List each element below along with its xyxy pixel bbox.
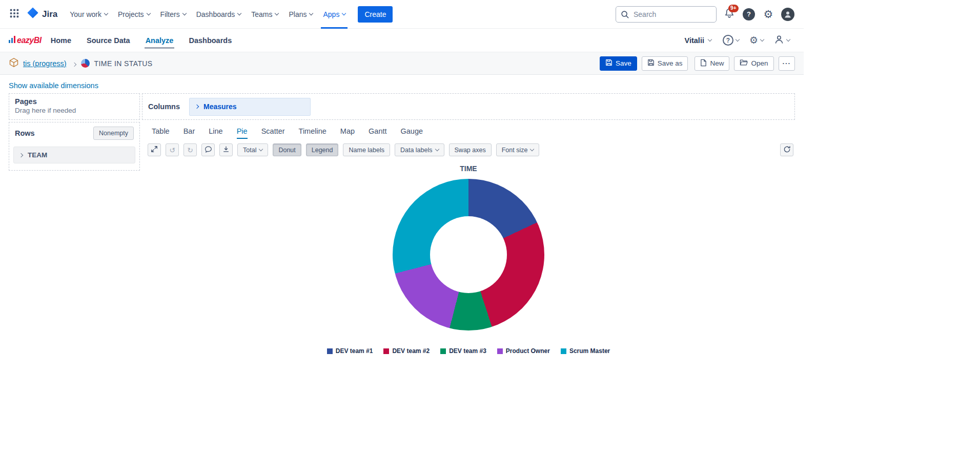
breadcrumb-account-link[interactable]: tis (progress)	[23, 59, 67, 68]
gear-icon: ⚙	[749, 35, 758, 45]
layout-left-panel: Pages Drag here if needed Rows Nonempty …	[9, 93, 140, 171]
legend-item[interactable]: DEV team #1	[327, 347, 373, 355]
nav-projects[interactable]: Projects	[113, 0, 155, 29]
legend-swatch	[440, 348, 446, 354]
user-name: Vitalii	[685, 36, 704, 45]
tab-line[interactable]: Line	[209, 127, 222, 139]
app-switcher-button[interactable]	[6, 6, 23, 23]
tab-map[interactable]: Map	[340, 127, 355, 139]
nav-teams[interactable]: Teams	[246, 0, 283, 29]
help-icon: ?	[743, 8, 755, 20]
comments-button[interactable]	[201, 143, 215, 156]
tab-pie[interactable]: Pie	[237, 127, 248, 139]
eazybi-nav-source-data[interactable]: Source Data	[86, 29, 131, 52]
data-labels-dropdown[interactable]: Data labels	[395, 143, 444, 156]
legend-toggle[interactable]: Legend	[306, 143, 339, 156]
notifications-button[interactable]: 9+	[720, 5, 739, 24]
pages-dropzone[interactable]: Pages Drag here if needed	[9, 93, 140, 120]
save-as-button[interactable]: Save as	[642, 56, 688, 71]
show-dimensions-link[interactable]: Show available dimensions	[9, 81, 98, 90]
eazybi-nav-dashboards[interactable]: Dashboards	[188, 29, 233, 52]
save-button[interactable]: Save	[600, 56, 637, 71]
open-button[interactable]: Open	[734, 56, 773, 71]
search-input[interactable]	[616, 6, 717, 23]
nav-label: Your work	[70, 10, 101, 18]
nonempty-button[interactable]: Nonempty	[93, 127, 134, 140]
jira-logo[interactable]: Jira	[27, 7, 57, 22]
columns-dimension-measures[interactable]: Measures	[189, 98, 311, 116]
eazybi-logo[interactable]: eazyBI	[9, 36, 42, 45]
search-icon	[620, 10, 629, 21]
chart-title: TIME	[142, 164, 795, 173]
chevron-down-icon	[760, 37, 764, 42]
rows-dimension-team[interactable]: TEAM	[13, 147, 135, 163]
chevron-down-icon	[435, 147, 439, 151]
nav-label: Projects	[118, 10, 144, 18]
tab-gantt[interactable]: Gantt	[369, 127, 386, 139]
chevron-right-icon	[19, 153, 23, 157]
eazybi-account-menu[interactable]	[769, 34, 795, 47]
chevron-down-icon	[736, 37, 740, 42]
nav-label: Plans	[289, 10, 307, 18]
nav-apps[interactable]: Apps	[318, 0, 351, 29]
more-button[interactable]: ···	[779, 56, 795, 71]
tab-bar[interactable]: Bar	[183, 127, 195, 139]
nav-dashboards[interactable]: Dashboards	[191, 0, 247, 29]
legend-item[interactable]: DEV team #2	[383, 347, 430, 355]
undo-button[interactable]: ↺	[166, 143, 179, 156]
legend-item[interactable]: DEV team #3	[440, 347, 486, 355]
legend-item[interactable]: Scrum Master	[561, 347, 610, 355]
tab-table[interactable]: Table	[152, 127, 170, 139]
chevron-down-icon	[275, 11, 279, 15]
new-label: New	[710, 59, 724, 67]
create-button[interactable]: Create	[358, 6, 393, 23]
help-button[interactable]: ?	[739, 5, 759, 24]
legend-label: DEV team #3	[449, 347, 486, 355]
tab-gauge[interactable]: Gauge	[401, 127, 423, 139]
name-labels-toggle[interactable]: Name labels	[343, 143, 390, 156]
eazybi-nav-analyze[interactable]: Analyze	[145, 29, 175, 52]
legend-label: Product Owner	[506, 347, 550, 355]
gear-icon: ⚙	[764, 9, 773, 19]
nav-filters[interactable]: Filters	[155, 0, 191, 29]
legend-swatch	[327, 348, 333, 354]
nav-your-work[interactable]: Your work	[65, 0, 113, 29]
fullscreen-button[interactable]	[148, 143, 161, 156]
legend-swatch	[561, 348, 566, 354]
user-menu[interactable]: Vitalii	[679, 36, 718, 45]
nav-label: Home	[51, 36, 71, 45]
profile-button[interactable]	[778, 5, 798, 24]
export-button[interactable]	[219, 143, 233, 156]
settings-button[interactable]: ⚙	[759, 5, 778, 24]
nav-plans[interactable]: Plans	[283, 0, 318, 29]
columns-dropzone: Columns Measures	[142, 93, 795, 120]
jira-logo-icon	[27, 7, 39, 22]
save-icon	[647, 59, 655, 68]
eazybi-nav-home[interactable]: Home	[50, 29, 72, 52]
new-button[interactable]: New	[695, 56, 729, 71]
data-labels-label: Data labels	[400, 147, 433, 154]
jira-topbar: Jira Your work Projects Filters Dashboar…	[0, 0, 804, 29]
eazybi-help-menu[interactable]: ?	[718, 35, 744, 46]
redo-icon: ↻	[187, 147, 193, 154]
font-size-dropdown[interactable]: Font size	[496, 143, 540, 156]
tab-timeline[interactable]: Timeline	[299, 127, 326, 139]
donut-toggle[interactable]: Donut	[273, 143, 301, 156]
redo-button[interactable]: ↻	[183, 143, 197, 156]
tab-scatter[interactable]: Scatter	[261, 127, 285, 139]
eazybi-right-menus: Vitalii ? ⚙	[679, 34, 795, 47]
legend-label: DEV team #2	[392, 347, 430, 355]
refresh-button[interactable]	[780, 143, 793, 156]
chevron-down-icon	[530, 147, 534, 151]
rows-label: Rows	[15, 129, 35, 137]
eazybi-settings-menu[interactable]: ⚙	[744, 35, 769, 45]
save-as-label: Save as	[658, 59, 683, 67]
legend-item[interactable]: Product Owner	[497, 347, 550, 355]
total-dropdown[interactable]: Total	[237, 143, 268, 156]
rows-panel: Rows Nonempty TEAM	[9, 122, 140, 171]
download-icon	[222, 146, 230, 154]
help-icon: ?	[723, 35, 733, 46]
legend-label: DEV team #1	[336, 347, 373, 355]
swap-axes-button[interactable]: Swap axes	[449, 143, 492, 156]
layout-right-panel: Columns Measures Table Bar Line Pie Scat…	[142, 93, 795, 355]
